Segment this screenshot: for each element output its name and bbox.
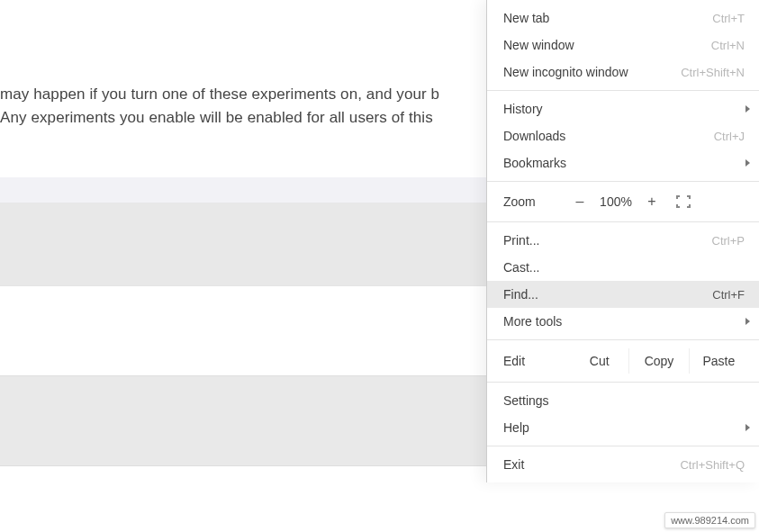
menu-separator — [487, 90, 759, 91]
menu-item-shortcut: Ctrl+Shift+N — [681, 66, 745, 79]
menu-item-shortcut: Ctrl+J — [714, 130, 745, 143]
menu-item-label: History — [503, 102, 745, 116]
list-row-4 — [0, 465, 486, 532]
fullscreen-icon — [676, 195, 691, 208]
menu-downloads[interactable]: Downloads Ctrl+J — [487, 122, 759, 149]
menu-item-shortcut: Ctrl+P — [712, 234, 745, 248]
copy-button[interactable]: Copy — [628, 348, 688, 374]
cut-button[interactable]: Cut — [570, 348, 628, 374]
menu-item-label: Print... — [503, 233, 712, 248]
menu-settings[interactable]: Settings — [487, 387, 759, 414]
list-header-band — [0, 177, 486, 203]
list-row-2 — [0, 285, 486, 375]
menu-item-label: New window — [503, 38, 711, 52]
menu-cast[interactable]: Cast... — [487, 254, 759, 281]
submenu-arrow-icon — [745, 318, 750, 325]
menu-item-shortcut: Ctrl+N — [711, 39, 745, 52]
menu-exit[interactable]: Exit Ctrl+Shift+Q — [487, 451, 759, 478]
menu-item-label: More tools — [503, 314, 745, 329]
menu-find[interactable]: Find... Ctrl+F — [487, 281, 759, 308]
menu-item-label: Cast... — [503, 260, 745, 275]
menu-item-shortcut: Ctrl+F — [712, 288, 745, 302]
menu-item-label: Bookmarks — [503, 156, 745, 170]
menu-item-label: New tab — [503, 11, 712, 25]
zoom-value: 100% — [593, 194, 638, 209]
menu-item-label: Settings — [503, 393, 745, 408]
menu-item-label: Find... — [503, 287, 712, 302]
menu-zoom-row: Zoom – 100% + — [487, 186, 759, 217]
menu-new-tab[interactable]: New tab Ctrl+T — [487, 5, 759, 32]
chrome-main-menu: New tab Ctrl+T New window Ctrl+N New inc… — [486, 0, 759, 482]
warning-line-1: may happen if you turn one of these expe… — [0, 86, 439, 103]
edit-label: Edit — [503, 354, 570, 368]
watermark: www.989214.com — [664, 512, 755, 528]
menu-item-shortcut: Ctrl+Shift+Q — [680, 458, 745, 472]
fullscreen-button[interactable] — [671, 193, 696, 211]
menu-edit-row: Edit Cut Copy Paste — [487, 345, 759, 377]
zoom-in-button[interactable]: + — [638, 194, 665, 210]
menu-separator — [487, 446, 759, 446]
menu-separator — [487, 221, 759, 222]
submenu-arrow-icon — [745, 105, 750, 113]
list-row-1 — [0, 203, 486, 285]
menu-new-incognito[interactable]: New incognito window Ctrl+Shift+N — [487, 59, 759, 86]
menu-item-label: New incognito window — [503, 65, 681, 79]
submenu-arrow-icon — [745, 159, 750, 167]
list-row-3 — [0, 375, 486, 465]
menu-separator — [487, 339, 759, 340]
menu-help[interactable]: Help — [487, 414, 759, 441]
menu-item-shortcut: Ctrl+T — [712, 12, 745, 25]
menu-separator — [487, 382, 759, 383]
warning-line-2: Any experiments you enable will be enabl… — [0, 109, 433, 126]
zoom-out-button[interactable]: – — [566, 194, 593, 210]
paste-button[interactable]: Paste — [689, 348, 748, 374]
menu-history[interactable]: History — [487, 95, 759, 122]
menu-separator — [487, 181, 759, 182]
menu-more-tools[interactable]: More tools — [487, 308, 759, 335]
menu-item-label: Help — [503, 420, 745, 435]
menu-item-label: Exit — [503, 457, 680, 472]
submenu-arrow-icon — [745, 424, 750, 431]
zoom-label: Zoom — [503, 194, 566, 209]
menu-item-label: Downloads — [503, 129, 714, 143]
menu-new-window[interactable]: New window Ctrl+N — [487, 32, 759, 59]
menu-print[interactable]: Print... Ctrl+P — [487, 227, 759, 254]
menu-bookmarks[interactable]: Bookmarks — [487, 149, 759, 176]
experiments-warning: may happen if you turn one of these expe… — [0, 83, 486, 130]
